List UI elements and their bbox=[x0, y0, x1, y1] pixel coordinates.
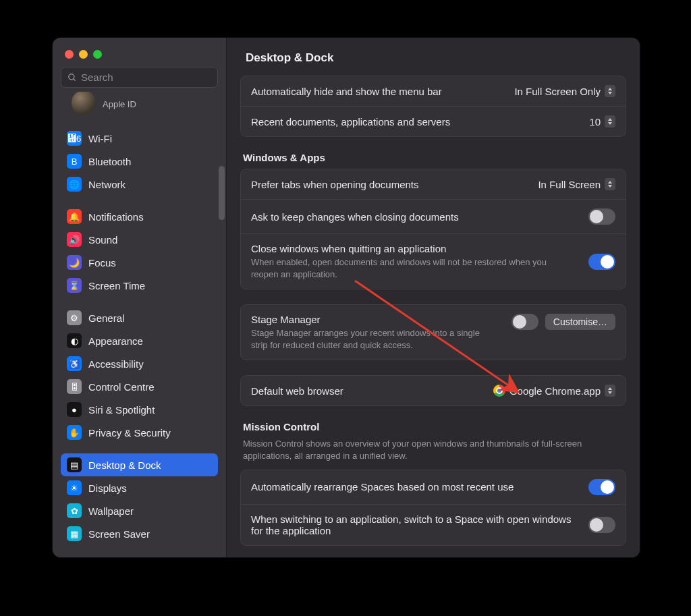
chevron-updown-icon bbox=[605, 85, 615, 97]
sidebar-item-label: Network bbox=[88, 179, 126, 190]
sidebar-item-label: Desktop & Dock bbox=[88, 459, 161, 471]
default-browser-value: Google Chrome.app bbox=[509, 385, 601, 397]
close-windows-label: Close windows when quitting an applicati… bbox=[251, 243, 580, 254]
sidebar-item-apple-id[interactable]: Apple ID bbox=[61, 92, 218, 125]
sidebar-item-label: Screen Time bbox=[88, 280, 145, 291]
hide-menubar-dropdown[interactable]: In Full Screen Only bbox=[514, 85, 615, 97]
displays-icon: ☀ bbox=[67, 480, 82, 495]
mission-control-panel: Automatically rearrange Spaces based on … bbox=[240, 470, 626, 546]
chevron-updown-icon bbox=[605, 115, 615, 128]
sidebar-item-appearance[interactable]: ◐Appearance bbox=[61, 329, 218, 352]
sidebar-item-focus[interactable]: 🌙Focus bbox=[61, 251, 218, 274]
row-ask-keep: Ask to keep changes when closing documen… bbox=[241, 200, 626, 234]
svg-point-0 bbox=[69, 74, 74, 79]
moon-icon: 🌙 bbox=[67, 255, 82, 270]
chevron-updown-icon bbox=[605, 178, 615, 190]
svg-line-1 bbox=[74, 78, 76, 80]
close-window-button[interactable] bbox=[65, 50, 74, 59]
auto-rearrange-label: Automatically rearrange Spaces based on … bbox=[251, 481, 580, 493]
recent-value: 10 bbox=[589, 116, 601, 128]
auto-rearrange-toggle[interactable] bbox=[588, 479, 615, 495]
switch-space-toggle[interactable] bbox=[588, 517, 615, 533]
sidebar-item-wallpaper[interactable]: ✿Wallpaper bbox=[61, 499, 218, 522]
sidebar-item-label: Displays bbox=[88, 482, 127, 494]
hide-menubar-value: In Full Screen Only bbox=[514, 86, 601, 97]
fullscreen-window-button[interactable] bbox=[93, 50, 102, 59]
prefer-tabs-dropdown[interactable]: In Full Screen bbox=[538, 178, 615, 190]
sidebar-item-label: Bluetooth bbox=[88, 156, 131, 167]
search-icon bbox=[67, 73, 77, 82]
sidebar-item-displays[interactable]: ☀Displays bbox=[61, 476, 218, 499]
recent-dropdown[interactable]: 10 bbox=[589, 115, 615, 128]
stage-manager-panel: Stage Manager Stage Manager arranges you… bbox=[240, 304, 626, 360]
sidebar-item-privacy-security[interactable]: ✋Privacy & Security bbox=[61, 421, 218, 444]
switch-space-label: When switching to an application, switch… bbox=[251, 513, 580, 536]
sidebar-item-accessibility[interactable]: ♿Accessibility bbox=[61, 352, 218, 375]
main-content: Desktop & Dock Automatically hide and sh… bbox=[227, 38, 640, 557]
section-windows-apps: Windows & Apps bbox=[240, 152, 626, 169]
sidebar-item-label: Privacy & Security bbox=[88, 427, 171, 439]
sidebar-item-network[interactable]: 🌐Network bbox=[61, 173, 218, 196]
sidebar-item-label: Siri & Spotlight bbox=[88, 404, 155, 416]
sidebar-scrollbar[interactable] bbox=[219, 166, 225, 220]
page-title: Desktop & Dock bbox=[227, 38, 640, 76]
sidebar-item-label: Focus bbox=[88, 257, 116, 269]
sidebar-item-desktop-dock[interactable]: ▤Desktop & Dock bbox=[61, 453, 218, 476]
prefer-tabs-value: In Full Screen bbox=[538, 179, 601, 190]
recent-label: Recent documents, applications and serve… bbox=[251, 116, 581, 128]
prefer-tabs-label: Prefer tabs when opening documents bbox=[251, 179, 530, 190]
sidebar-list: Apple ID ὏6Wi-FiBBluetooth🌐Network🔔Notif… bbox=[53, 92, 226, 557]
sidebar-item-label: General bbox=[88, 312, 124, 324]
chrome-icon bbox=[493, 385, 505, 397]
sidebar-item-label: Wallpaper bbox=[88, 505, 134, 517]
row-recent-items: Recent documents, applications and serve… bbox=[241, 107, 626, 136]
sidebar-item-general[interactable]: ⚙General bbox=[61, 306, 218, 329]
sidebar-item-screen-saver[interactable]: ▦Screen Saver bbox=[61, 522, 218, 545]
ask-keep-toggle[interactable] bbox=[588, 208, 615, 225]
ask-keep-label: Ask to keep changes when closing documen… bbox=[251, 211, 580, 223]
dock-icon: ▤ bbox=[67, 457, 82, 472]
sidebar-item-screen-time[interactable]: ⌛Screen Time bbox=[61, 274, 218, 297]
search-input[interactable] bbox=[81, 72, 211, 83]
bell-icon: 🔔 bbox=[67, 209, 82, 224]
sidebar-item-label: Wi-Fi bbox=[88, 133, 112, 144]
stage-manager-toggle[interactable] bbox=[512, 314, 538, 330]
default-browser-dropdown[interactable]: Google Chrome.app bbox=[493, 385, 615, 397]
sidebar-item-siri-spotlight[interactable]: ●Siri & Spotlight bbox=[61, 398, 218, 421]
sidebar-item-sound[interactable]: 🔊Sound bbox=[61, 228, 218, 251]
row-switch-space: When switching to an application, switch… bbox=[241, 505, 626, 545]
sidebar-item-notifications[interactable]: 🔔Notifications bbox=[61, 205, 218, 228]
apple-id-label: Apple ID bbox=[103, 99, 136, 109]
bluetooth-icon: B bbox=[67, 154, 82, 169]
sidebar-item-label: Control Centre bbox=[88, 381, 155, 393]
section-mission-control: Mission Control bbox=[240, 421, 626, 438]
close-windows-desc: When enabled, open documents and windows… bbox=[251, 256, 561, 280]
hand-icon: ✋ bbox=[67, 425, 82, 440]
default-browser-label: Default web browser bbox=[251, 385, 485, 397]
minimize-window-button[interactable] bbox=[79, 50, 88, 59]
sidebar-item-label: Accessibility bbox=[88, 358, 144, 370]
wallpaper-icon: ✿ bbox=[67, 503, 82, 518]
menubar-recent-panel: Automatically hide and show the menu bar… bbox=[240, 76, 626, 137]
stage-customise-button[interactable]: Customise… bbox=[545, 314, 615, 330]
search-field[interactable] bbox=[61, 67, 218, 88]
sidebar-item-label: Sound bbox=[88, 234, 117, 246]
sidebar-item-control-centre[interactable]: 🎛Control Centre bbox=[61, 375, 218, 398]
row-default-browser: Default web browser Google Chrome.app bbox=[241, 376, 626, 405]
default-browser-panel: Default web browser Google Chrome.app bbox=[240, 375, 626, 406]
row-close-windows: Close windows when quitting an applicati… bbox=[241, 234, 626, 289]
speaker-icon: 🔊 bbox=[67, 232, 82, 247]
row-stage-manager: Stage Manager Stage Manager arranges you… bbox=[241, 305, 626, 360]
sidebar-item-wi-fi[interactable]: ὏6Wi-Fi bbox=[61, 127, 218, 150]
row-prefer-tabs: Prefer tabs when opening documents In Fu… bbox=[241, 169, 626, 200]
network-icon: 🌐 bbox=[67, 177, 82, 192]
sidebar-item-bluetooth[interactable]: BBluetooth bbox=[61, 150, 218, 173]
accessibility-icon: ♿ bbox=[67, 356, 82, 371]
row-auto-rearrange: Automatically rearrange Spaces based on … bbox=[241, 470, 626, 505]
sidebar: Apple ID ὏6Wi-FiBBluetooth🌐Network🔔Notif… bbox=[53, 38, 227, 557]
sidebar-item-label: Notifications bbox=[88, 211, 144, 223]
appearance-icon: ◐ bbox=[67, 333, 82, 348]
close-windows-toggle[interactable] bbox=[588, 254, 615, 270]
hourglass-icon: ⌛ bbox=[67, 278, 82, 293]
sidebar-item-label: Appearance bbox=[88, 335, 143, 347]
